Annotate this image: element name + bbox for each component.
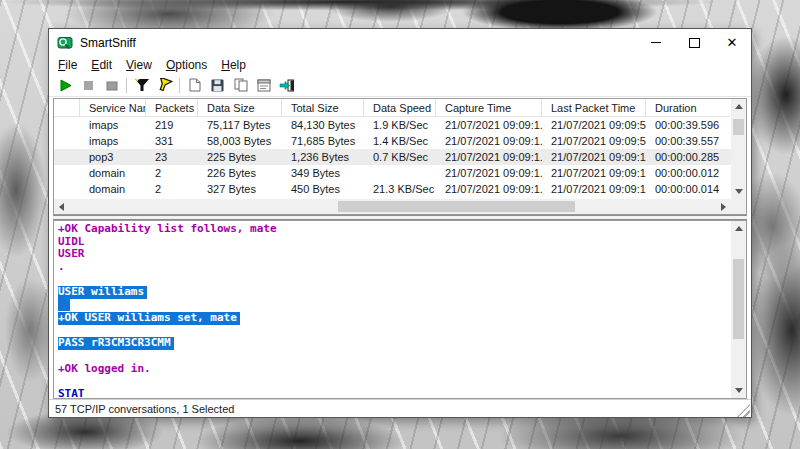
cell-capture-time: 21/07/2021 09:09:1... (436, 119, 542, 131)
conversation-line[interactable]: +OK Capability list follows, mate (58, 223, 731, 236)
scrollbar-thumb[interactable] (733, 259, 744, 339)
scrollbar-corner (731, 199, 746, 214)
packet-data-pane[interactable]: +OK Capability list follows, mate UIDL U… (53, 220, 747, 399)
exit-button[interactable] (275, 75, 298, 95)
table-row[interactable]: domain 2 327 Bytes 450 Bytes 21.3 KB/Sec… (54, 181, 731, 197)
cell-total-size: 84,130 Bytes (282, 119, 364, 131)
scroll-right-button[interactable] (716, 199, 731, 214)
header-cell-total-size[interactable]: Total Size (282, 99, 364, 117)
scrollbar-thumb[interactable] (338, 201, 575, 212)
capture-filter-button[interactable] (130, 75, 153, 95)
chevron-down-icon (735, 189, 743, 194)
horizontal-scrollbar[interactable] (54, 199, 731, 214)
scroll-down-button[interactable] (731, 184, 746, 199)
cell-packets: 331 (146, 135, 198, 147)
conversation-line[interactable]: USER (58, 248, 731, 261)
close-button[interactable]: ✕ (713, 29, 751, 56)
status-text: 57 TCP/IP conversations, 1 Selected (55, 403, 234, 415)
cell-data-speed: 1.9 KB/Sec (364, 119, 436, 131)
header-cell-duration[interactable]: Duration (646, 99, 730, 117)
header-cell-data-speed[interactable]: Data Speed (364, 99, 436, 117)
header-cell-icon[interactable] (54, 99, 80, 117)
display-filter-button[interactable] (153, 75, 176, 95)
vertical-scrollbar[interactable] (731, 99, 746, 199)
vertical-scrollbar[interactable] (731, 221, 746, 398)
scrollbar-thumb[interactable] (733, 119, 744, 135)
scroll-left-button[interactable] (54, 199, 69, 214)
stop-icon (83, 80, 94, 91)
toolbar-separator (179, 78, 180, 93)
table-row[interactable]: imaps 219 75,117 Bytes 84,130 Bytes 1.9 … (54, 117, 731, 133)
cell-capture-time: 21/07/2021 09:09:1... (436, 151, 542, 163)
connections-table: Service Name Packets Data Size Total Siz… (54, 99, 731, 199)
cell-last-packet-time: 21/07/2021 09:09:1... (542, 167, 646, 179)
cell-last-packet-time: 21/07/2021 09:09:5... (542, 135, 646, 147)
conversation-line[interactable] (58, 350, 731, 363)
cell-service-name: domain (80, 183, 146, 195)
conversation-line[interactable]: . (58, 261, 731, 274)
chevron-left-icon (59, 203, 64, 211)
menu-item-help[interactable]: Help (214, 57, 253, 73)
status-bar: 57 TCP/IP conversations, 1 Selected (49, 399, 751, 418)
window-title: SmartSniff (80, 36, 136, 50)
chevron-up-icon (735, 226, 743, 231)
smartsniff-window: SmartSniff ✕ File Edit View Options Help (48, 28, 752, 418)
header-cell-packets[interactable]: Packets (146, 99, 198, 117)
conversation-line-selected[interactable]: USER williams (58, 286, 731, 299)
play-icon (59, 79, 72, 92)
header-cell-last-packet-time[interactable]: Last Packet Time (542, 99, 646, 117)
exit-icon (279, 79, 295, 92)
cell-data-speed: 0.7 KB/Sec (364, 151, 436, 163)
conversation-line[interactable] (58, 375, 731, 388)
cell-last-packet-time: 21/07/2021 09:09:1... (542, 151, 646, 163)
cell-packets: 219 (146, 119, 198, 131)
cell-packets: 23 (146, 151, 198, 163)
scroll-up-button[interactable] (731, 221, 746, 236)
maximize-icon (689, 38, 700, 48)
properties-button[interactable] (252, 75, 275, 95)
pause-capture-button[interactable] (100, 75, 123, 95)
maximize-button[interactable] (675, 29, 713, 56)
scroll-down-button[interactable] (731, 383, 746, 398)
conversation-line[interactable]: UIDL (58, 236, 731, 249)
smartsniff-app-icon[interactable] (57, 35, 73, 51)
header-cell-service-name[interactable]: Service Name (80, 99, 146, 117)
titlebar[interactable]: SmartSniff ✕ (49, 29, 751, 56)
chevron-up-icon (735, 104, 743, 109)
conversation-line[interactable]: +OK logged in. (58, 363, 731, 376)
stop-capture-button[interactable] (77, 75, 100, 95)
conversation-line-selected[interactable] (58, 299, 731, 312)
clear-button[interactable] (183, 75, 206, 95)
save-icon (211, 79, 224, 92)
window-controls: ✕ (637, 29, 751, 56)
header-cell-data-size[interactable]: Data Size (198, 99, 282, 117)
resize-grip[interactable] (737, 404, 750, 417)
minimize-button[interactable] (637, 29, 675, 56)
cell-duration: 00:00:00.012 (646, 167, 730, 179)
table-row-selected[interactable]: pop3 23 225 Bytes 1,236 Bytes 0.7 KB/Sec… (54, 149, 731, 165)
filter-black-icon (134, 78, 150, 92)
scroll-up-button[interactable] (731, 99, 746, 114)
new-file-icon (189, 78, 201, 92)
cell-last-packet-time: 21/07/2021 09:09:1... (542, 183, 646, 195)
conversation-line[interactable] (58, 274, 731, 287)
conversation-line-selected[interactable]: PASS rR3CM3CR3CMM (58, 337, 731, 350)
cell-data-size: 226 Bytes (198, 167, 282, 179)
table-row[interactable]: domain 2 226 Bytes 349 Bytes 21/07/2021 … (54, 165, 731, 181)
copy-icon (234, 78, 248, 92)
start-capture-button[interactable] (54, 75, 77, 95)
menu-item-file[interactable]: File (51, 57, 84, 73)
conversation-line-selected[interactable]: +OK USER williams set, mate (58, 312, 731, 325)
menu-item-view[interactable]: View (119, 57, 159, 73)
chevron-down-icon (735, 388, 743, 393)
conversation-line[interactable]: STAT (58, 388, 731, 398)
cell-data-size: 225 Bytes (198, 151, 282, 163)
table-row[interactable]: imaps 331 58,003 Bytes 71,685 Bytes 1.4 … (54, 133, 731, 149)
menu-item-edit[interactable]: Edit (84, 57, 119, 73)
save-button[interactable] (206, 75, 229, 95)
menu-item-options[interactable]: Options (159, 57, 214, 73)
filter-yellow-icon (156, 78, 173, 93)
copy-button[interactable] (229, 75, 252, 95)
header-cell-capture-time[interactable]: Capture Time (436, 99, 542, 117)
cell-capture-time: 21/07/2021 09:09:1... (436, 135, 542, 147)
